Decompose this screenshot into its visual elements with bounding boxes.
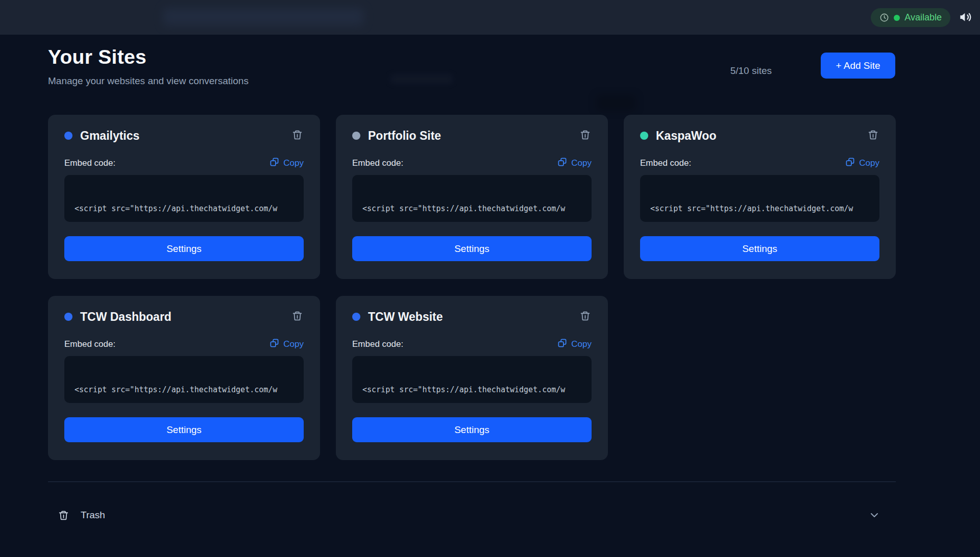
embed-code-label: Embed code: bbox=[640, 158, 691, 168]
delete-site-button[interactable] bbox=[578, 310, 592, 323]
copy-label: Copy bbox=[859, 158, 879, 168]
blur-artifact bbox=[596, 95, 636, 111]
site-name: KaspaWoo bbox=[656, 129, 716, 143]
code-text: <script src="https://api.thechatwidget.c… bbox=[75, 204, 277, 213]
site-status-dot bbox=[352, 313, 360, 321]
copy-embed-button[interactable]: Copy bbox=[557, 338, 592, 350]
trash-section-toggle[interactable]: Trash bbox=[48, 502, 896, 528]
site-card: TCW Website Embed code: bbox=[336, 296, 608, 460]
sites-count: 5/10 sites bbox=[730, 65, 772, 77]
code-text: <script src="https://api.thechatwidget.c… bbox=[650, 204, 853, 213]
copy-embed-button[interactable]: Copy bbox=[845, 157, 879, 169]
embed-code-block[interactable]: <script src="https://api.thechatwidget.c… bbox=[352, 175, 592, 222]
trash-icon bbox=[580, 311, 591, 323]
copy-embed-button[interactable]: Copy bbox=[557, 157, 592, 169]
trash-icon bbox=[868, 130, 878, 142]
delete-site-button[interactable] bbox=[866, 129, 879, 142]
site-status-dot bbox=[64, 313, 72, 321]
add-site-button[interactable]: + Add Site bbox=[821, 53, 895, 79]
availability-status-label: Available bbox=[904, 12, 942, 23]
site-status-dot bbox=[352, 132, 360, 140]
copy-icon bbox=[845, 157, 855, 169]
copy-label: Copy bbox=[283, 339, 304, 349]
embed-code-row: Embed code: Copy bbox=[352, 338, 592, 350]
embed-code-row: Embed code: Copy bbox=[352, 157, 592, 169]
redacted-logo bbox=[163, 8, 363, 26]
page-header: Your Sites Manage your websites and view… bbox=[48, 46, 896, 97]
trash-section-label: Trash bbox=[81, 510, 105, 521]
copy-embed-button[interactable]: Copy bbox=[270, 338, 304, 350]
copy-label: Copy bbox=[571, 158, 592, 168]
sites-grid: Gmailytics Embed code: bbox=[48, 115, 896, 460]
site-name: TCW Dashboard bbox=[80, 310, 172, 324]
code-text: <script src="https://api.thechatwidget.c… bbox=[75, 385, 277, 394]
volume-icon bbox=[959, 10, 972, 26]
chevron-down-icon[interactable] bbox=[868, 509, 880, 521]
divider bbox=[48, 482, 896, 482]
embed-code-label: Embed code: bbox=[64, 339, 115, 349]
site-status-dot bbox=[640, 132, 648, 140]
site-settings-button[interactable]: Settings bbox=[64, 236, 304, 261]
trash-icon bbox=[580, 130, 591, 142]
embed-code-label: Embed code: bbox=[64, 158, 115, 168]
site-card: Gmailytics Embed code: bbox=[48, 115, 320, 279]
page-subtitle: Manage your websites and view conversati… bbox=[48, 75, 896, 87]
embed-code-row: Embed code: Copy bbox=[64, 338, 304, 350]
site-status-dot bbox=[64, 132, 72, 140]
embed-code-block[interactable]: <script src="https://api.thechatwidget.c… bbox=[64, 175, 304, 222]
copy-icon bbox=[557, 338, 567, 350]
availability-status-pill[interactable]: Available bbox=[871, 8, 950, 27]
embed-code-block[interactable]: <script src="https://api.thechatwidget.c… bbox=[640, 175, 879, 222]
topbar: Available bbox=[0, 0, 980, 35]
embed-code-label: Embed code: bbox=[352, 339, 403, 349]
copy-label: Copy bbox=[571, 339, 592, 349]
trash-icon bbox=[292, 130, 303, 142]
copy-icon bbox=[557, 157, 567, 169]
embed-code-label: Embed code: bbox=[352, 158, 403, 168]
embed-code-row: Embed code: Copy bbox=[64, 157, 304, 169]
site-card: Portfolio Site Embed code: bbox=[336, 115, 608, 279]
embed-code-block[interactable]: <script src="https://api.thechatwidget.c… bbox=[352, 356, 592, 403]
site-card: TCW Dashboard Embed code: bbox=[48, 296, 320, 460]
blur-artifact bbox=[390, 74, 453, 84]
delete-site-button[interactable] bbox=[290, 129, 304, 142]
trash-icon bbox=[58, 510, 69, 521]
copy-label: Copy bbox=[283, 158, 304, 168]
copy-embed-button[interactable]: Copy bbox=[270, 157, 304, 169]
site-settings-button[interactable]: Settings bbox=[352, 417, 592, 442]
site-name: TCW Website bbox=[368, 310, 443, 324]
site-card-header: KaspaWoo bbox=[640, 128, 879, 143]
site-name: Portfolio Site bbox=[368, 129, 441, 143]
trash-icon bbox=[292, 311, 303, 323]
site-card: KaspaWoo Embed code: bbox=[624, 115, 896, 279]
site-card-header: Gmailytics bbox=[64, 128, 304, 143]
copy-icon bbox=[270, 338, 279, 350]
code-text: <script src="https://api.thechatwidget.c… bbox=[362, 385, 565, 394]
site-card-header: Portfolio Site bbox=[352, 128, 592, 143]
delete-site-button[interactable] bbox=[578, 129, 592, 142]
delete-site-button[interactable] bbox=[290, 310, 304, 323]
site-card-header: TCW Dashboard bbox=[64, 309, 304, 324]
site-settings-button[interactable]: Settings bbox=[64, 417, 304, 442]
embed-code-block[interactable]: <script src="https://api.thechatwidget.c… bbox=[64, 356, 304, 403]
site-settings-button[interactable]: Settings bbox=[640, 236, 879, 261]
clock-icon bbox=[879, 13, 889, 22]
copy-icon bbox=[270, 157, 279, 169]
volume-button[interactable] bbox=[957, 10, 973, 26]
site-name: Gmailytics bbox=[80, 129, 139, 143]
code-text: <script src="https://api.thechatwidget.c… bbox=[362, 204, 565, 213]
available-status-dot bbox=[894, 15, 900, 21]
site-card-header: TCW Website bbox=[352, 309, 592, 324]
embed-code-row: Embed code: Copy bbox=[640, 157, 879, 169]
site-settings-button[interactable]: Settings bbox=[352, 236, 592, 261]
